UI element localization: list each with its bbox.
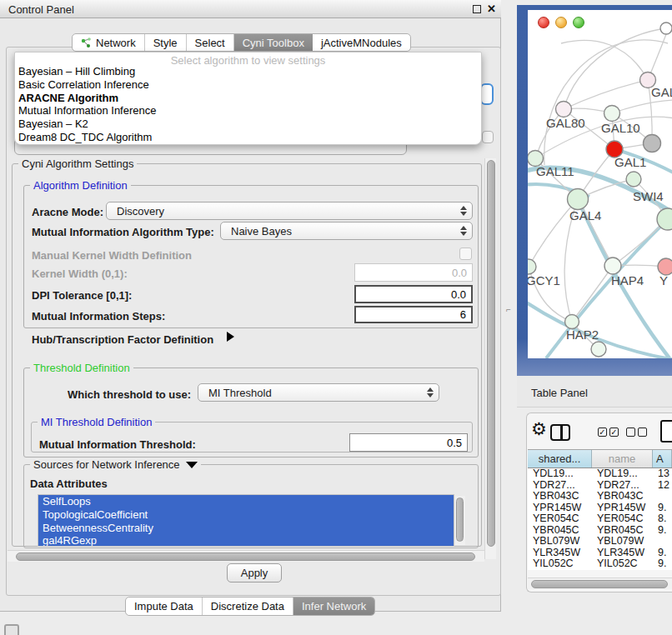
network-node-GAL80[interactable] <box>556 102 572 118</box>
column-header-name[interactable]: name <box>592 450 653 468</box>
aracne-mode-combo[interactable]: Discovery <box>106 202 473 220</box>
network-node-top-partial[interactable] <box>660 22 672 34</box>
sources-legend: Sources for Network Inference <box>30 458 201 471</box>
expand-arrow-icon[interactable] <box>227 332 234 342</box>
unchecked-box-icon[interactable] <box>626 428 635 437</box>
manual-kernel-label: Manual Kernel Width Definition <box>32 249 192 262</box>
data-attributes-list[interactable]: SelfLoopsTopologicalCoefficientBetweenne… <box>38 494 454 547</box>
aracne-mode-label: Aracne Mode: <box>32 206 103 218</box>
table-cell: YIL052C <box>528 558 592 570</box>
tab-impute-data[interactable]: Impute Data <box>126 598 203 615</box>
dpi-tolerance-input[interactable] <box>354 285 473 303</box>
algorithm-option[interactable]: Mutual Information Inference <box>15 104 481 118</box>
checked-box-icon[interactable]: ✓ <box>609 428 619 437</box>
stepper-icon <box>459 226 472 236</box>
table-hscrollbar-track[interactable] <box>528 578 672 589</box>
tab-discretize-data[interactable]: Discretize Data <box>203 598 293 615</box>
tab-infer-network[interactable]: Infer Network <box>293 598 374 615</box>
settings-vscrollbar-track[interactable] <box>484 158 496 559</box>
attribute-list-item[interactable]: TopologicalCoefficient <box>38 508 454 522</box>
kernel-width-input[interactable] <box>354 263 473 282</box>
attribute-list-item[interactable]: gal4RGexp <box>38 534 454 547</box>
network-graph[interactable]: GALGAL80GAL10GAL1GAL11SWI4GAL4GCY1HAP4YH… <box>528 10 672 358</box>
attributes-scrollbar-track[interactable] <box>455 496 465 545</box>
settings-vscrollbar-thumb[interactable] <box>487 160 495 547</box>
table-panel: ⚙ ✓ ✓ shared... name A YDL19...YDL19...1… <box>526 412 672 592</box>
algorithm-option[interactable]: ARACNE Algorithm <box>15 92 481 105</box>
network-node-salmon-node[interactable] <box>658 258 672 275</box>
network-edge <box>546 219 668 358</box>
tab-jactivemnodules[interactable]: jActiveMNodules <box>313 34 410 51</box>
settings-hscrollbar-thumb[interactable] <box>16 552 475 561</box>
collapse-arrow-icon[interactable] <box>186 462 198 468</box>
control-panel-titlebar[interactable]: Control Panel ✕ <box>0 0 501 18</box>
dock-panel-icon[interactable] <box>4 624 19 635</box>
table-cell: YLR345W <box>528 548 592 559</box>
algorithm-option[interactable]: Basic Correlation Inference <box>15 78 481 92</box>
table-row[interactable]: YBL079WYBL079W <box>528 536 672 548</box>
table-row[interactable]: YIL052CYIL052C9. <box>528 558 672 570</box>
network-node-gray-node[interactable] <box>644 135 661 152</box>
gear-icon[interactable]: ⚙ <box>531 419 547 439</box>
float-panel-icon[interactable] <box>473 5 481 13</box>
table-row[interactable]: YBR043CYBR043C <box>528 491 672 502</box>
control-panel-tabs: Network Style Select Cyni Toolbox jActiv… <box>72 33 411 52</box>
panel-resize-handle[interactable]: ⌐ <box>506 305 511 314</box>
table-body: YDL19...YDL19...13YDR27...YDR27...12YBR0… <box>528 468 672 570</box>
table-row[interactable]: YDL19...YDL19...13 <box>528 468 672 480</box>
network-node-HAP2[interactable] <box>565 315 579 329</box>
table-cell: 12 <box>653 480 672 492</box>
mi-algorithm-type-combo[interactable]: Naive Bayes <box>220 222 473 240</box>
mi-steps-input[interactable] <box>354 306 473 323</box>
which-threshold-combo[interactable]: MI Threshold <box>198 383 439 402</box>
dpi-tolerance-label: DPI Tolerance [0,1]: <box>32 289 132 302</box>
attribute-list-item[interactable]: BetweennessCentrality <box>38 522 454 535</box>
table-row[interactable]: YER054CYER054C8. <box>528 513 672 525</box>
node-label-GAL80: GAL80 <box>546 116 585 130</box>
algorithm-option[interactable]: Bayesian – K2 <box>15 118 481 131</box>
node-label-GAL10: GAL10 <box>601 121 640 135</box>
unchecked-box-icon[interactable] <box>638 428 647 437</box>
table-row[interactable]: YLR345WYLR345W9. <box>528 548 672 559</box>
table-cell: 9. <box>653 558 672 570</box>
table-cell: YBL079W <box>592 536 653 548</box>
tab-select[interactable]: Select <box>187 34 234 51</box>
network-node-GAL1[interactable] <box>626 172 641 187</box>
table-row[interactable]: YDR27...YDR27...12 <box>528 480 672 492</box>
attributes-scrollbar-thumb[interactable] <box>456 498 464 542</box>
column-header-shared-name[interactable]: shared... <box>528 450 592 468</box>
focused-button-partial[interactable] <box>480 83 494 105</box>
settings-hscrollbar-track[interactable] <box>8 550 484 562</box>
node-label-GAL: GAL <box>651 85 672 99</box>
apply-button[interactable]: Apply <box>227 563 282 582</box>
tab-style[interactable]: Style <box>145 34 187 51</box>
table-row[interactable]: YPR145WYPR145W9. <box>528 502 672 514</box>
tab-network[interactable]: Network <box>73 34 145 51</box>
attribute-list-item[interactable]: SelfLoops <box>38 495 454 508</box>
table-cell: YBL079W <box>528 536 592 548</box>
algorithm-option[interactable]: Bayesian – Hill Climbing <box>15 65 481 78</box>
checked-box-icon[interactable]: ✓ <box>598 428 607 437</box>
manual-kernel-checkbox[interactable] <box>459 248 472 260</box>
network-node-GCY1[interactable] <box>528 259 536 274</box>
stepper-icon <box>425 388 439 398</box>
tab-cyni-toolbox[interactable]: Cyni Toolbox <box>234 34 313 51</box>
network-node-bottom-partial[interactable] <box>591 342 606 357</box>
algorithm-option[interactable]: Dream8 DC_TDC Algorithm <box>15 131 481 144</box>
columns-icon[interactable] <box>550 424 570 441</box>
table-cell: 8. <box>653 513 672 525</box>
network-edge <box>612 100 672 113</box>
close-icon[interactable]: ✕ <box>487 2 496 15</box>
table-panel-titlebar[interactable]: Table Panel <box>517 376 672 408</box>
network-node-HAP4[interactable] <box>604 258 621 274</box>
network-node-GAL4[interactable] <box>568 189 589 210</box>
network-canvas[interactable]: GALGAL80GAL10GAL1GAL11SWI4GAL4GCY1HAP4YH… <box>528 10 672 358</box>
new-table-icon[interactable] <box>660 420 672 442</box>
network-view-window[interactable]: GALGAL80GAL10GAL1GAL11SWI4GAL4GCY1HAP4YH… <box>517 5 672 376</box>
table-hscrollbar-thumb[interactable] <box>531 580 668 588</box>
table-row[interactable]: YBR045CYBR045C9. <box>528 525 672 537</box>
network-node-GAL10[interactable] <box>604 106 620 122</box>
column-header-partial[interactable]: A <box>653 450 672 468</box>
mi-threshold-input[interactable] <box>349 433 468 452</box>
algorithm-definition-legend: Algorithm Definition <box>30 179 131 192</box>
